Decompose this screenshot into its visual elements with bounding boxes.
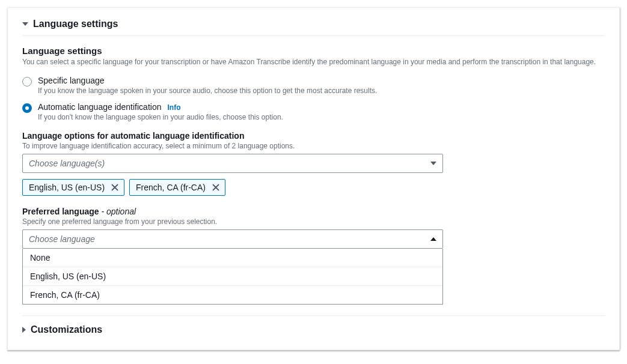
preferred-language-label: Preferred language - optional <box>22 207 605 216</box>
radio-specific-language[interactable]: Specific language If you know the langua… <box>22 76 605 95</box>
customizations-header[interactable]: Customizations <box>22 315 605 335</box>
token-english-us: English, US (en-US) <box>22 179 124 196</box>
chevron-right-icon <box>22 327 26 333</box>
preferred-language-dropdown: Choose language None English, US (en-US)… <box>22 229 443 305</box>
language-options-placeholder: Choose language(s) <box>29 159 105 168</box>
customizations-title: Customizations <box>31 324 102 335</box>
token-label: English, US (en-US) <box>29 183 105 192</box>
chevron-down-icon <box>22 22 28 26</box>
token-french-ca: French, CA (fr-CA) <box>129 179 225 196</box>
info-link[interactable]: Info <box>167 103 180 112</box>
language-settings-title: Language settings <box>33 19 118 29</box>
preferred-language-options-list: None English, US (en-US) French, CA (fr-… <box>22 249 443 305</box>
radio-icon-selected <box>22 103 32 113</box>
option-english-us[interactable]: English, US (en-US) <box>23 267 442 286</box>
option-french-ca[interactable]: French, CA (fr-CA) <box>23 286 442 304</box>
radio-specific-label: Specific language <box>38 76 605 85</box>
language-mode-radio-group: Specific language If you know the langua… <box>22 76 605 121</box>
preferred-language-field: Preferred language - optional Specify on… <box>22 207 605 305</box>
radio-automatic-label: Automatic language identification <box>38 102 161 112</box>
close-icon[interactable] <box>111 183 119 192</box>
preferred-language-hint: Specify one preferred language from your… <box>22 217 605 226</box>
language-options-hint: To improve language identification accur… <box>22 142 605 150</box>
language-options-label: Language options for automatic language … <box>22 131 605 141</box>
language-options-select[interactable]: Choose language(s) <box>22 154 443 173</box>
preferred-language-select[interactable]: Choose language <box>22 229 443 249</box>
radio-automatic-hint: If you don't know the language spoken in… <box>38 113 605 121</box>
selected-language-tokens: English, US (en-US) French, CA (fr-CA) <box>22 179 605 196</box>
token-label: French, CA (fr-CA) <box>136 183 206 192</box>
radio-specific-hint: If you know the language spoken in your … <box>38 86 605 95</box>
language-settings-body: Language settings You can select a speci… <box>22 46 605 305</box>
language-options-field: Language options for automatic language … <box>22 131 605 196</box>
preferred-language-placeholder: Choose language <box>29 234 95 244</box>
settings-panel: Language settings Language settings You … <box>7 7 620 350</box>
language-settings-subtitle: Language settings <box>22 46 605 56</box>
chevron-down-icon <box>430 162 436 165</box>
radio-automatic-language[interactable]: Automatic language identification Info I… <box>22 102 605 121</box>
language-settings-description: You can select a specific language for y… <box>22 57 605 67</box>
option-none[interactable]: None <box>23 249 442 267</box>
language-settings-header[interactable]: Language settings <box>22 19 605 36</box>
chevron-up-icon <box>430 237 436 241</box>
close-icon[interactable] <box>212 183 220 192</box>
radio-icon <box>22 77 32 86</box>
